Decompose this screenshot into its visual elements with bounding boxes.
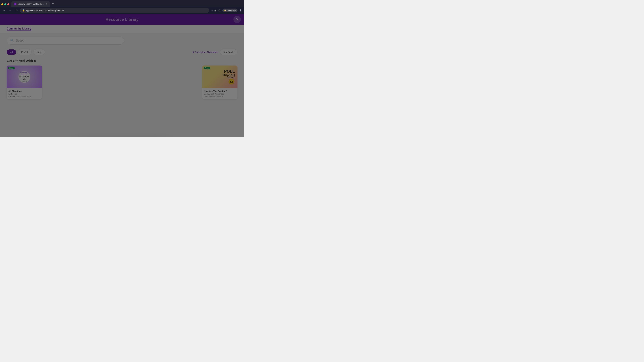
- tab-title: Seesaw Library - All Grades - Al...: [18, 3, 44, 5]
- incognito-label: Incognito: [228, 9, 236, 11]
- extensions-button[interactable]: ⊞: [214, 9, 216, 12]
- lock-icon: 🔒: [22, 9, 25, 11]
- refresh-button[interactable]: ↻: [14, 8, 19, 13]
- address-bar-row: ← → ↻ 🔒 app.seesaw.me/#/activities/libra…: [0, 7, 244, 14]
- incognito-icon: 🕵: [224, 9, 226, 11]
- bookmark-button[interactable]: ☆: [211, 9, 213, 12]
- main-content: Resource Library ✕ Community Library 🔍 S…: [0, 14, 244, 137]
- window-close[interactable]: [8, 3, 10, 5]
- menu-button[interactable]: ⋮: [239, 8, 242, 12]
- split-button[interactable]: ⧉: [218, 8, 221, 12]
- forward-button[interactable]: →: [8, 8, 13, 13]
- url-text: app.seesaw.me/#/activities/library?seesa…: [26, 9, 64, 11]
- tab-close-icon[interactable]: ✕: [46, 3, 48, 5]
- address-bar[interactable]: 🔒 app.seesaw.me/#/activities/library?see…: [20, 8, 209, 13]
- window-maximize[interactable]: [4, 3, 6, 5]
- tab-bar: S Seesaw Library - All Grades - Al... ✕ …: [0, 0, 244, 7]
- browser-window: S Seesaw Library - All Grades - Al... ✕ …: [0, 0, 244, 137]
- modal-overlay: × Create Your Class + Import from Google…: [0, 14, 244, 137]
- back-button[interactable]: ←: [2, 8, 7, 13]
- active-tab[interactable]: S Seesaw Library - All Grades - Al... ✕: [12, 1, 50, 7]
- new-tab-button[interactable]: +: [51, 2, 55, 7]
- tab-favicon: S: [14, 3, 16, 5]
- incognito-button[interactable]: 🕵 Incognito: [222, 8, 238, 12]
- window-controls: [1, 3, 10, 7]
- window-minimize[interactable]: [1, 3, 3, 5]
